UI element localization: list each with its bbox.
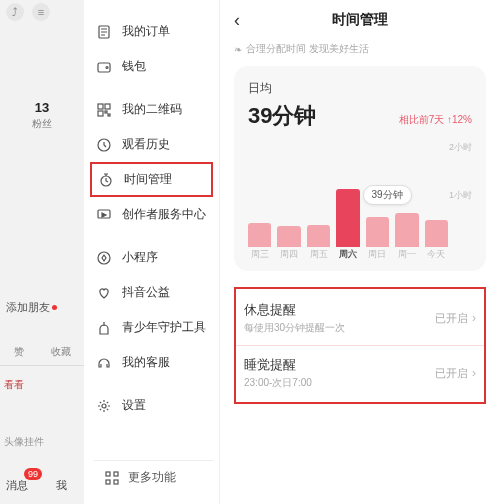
chart-xlabel: 周六 [336, 248, 359, 261]
menu-item-time-management[interactable]: 时间管理 [90, 162, 213, 197]
chevron-right-icon: › [472, 366, 476, 380]
fans-label: 粉丝 [0, 117, 84, 131]
usage-stat-card: 日均 39分钟 相比前7天 ↑12% 2小时 1小时 39分钟 周三周四周五周六… [234, 66, 486, 271]
menu-label: 钱包 [122, 58, 146, 75]
svg-rect-6 [105, 111, 107, 113]
menu-label: 我的二维码 [122, 101, 182, 118]
share-icon[interactable]: ⤴ [6, 3, 24, 21]
menu-item-qrcode[interactable]: 我的二维码 [84, 92, 219, 127]
rest-reminder-sub: 每使用30分钟提醒一次 [244, 321, 435, 335]
service-icon [96, 355, 112, 371]
tab-me[interactable]: 我 [56, 478, 67, 493]
sleep-reminder-sub: 23:00-次日7:00 [244, 376, 435, 390]
svg-rect-5 [98, 111, 103, 116]
avg-label: 日均 [248, 80, 472, 97]
chart-bar[interactable] [395, 213, 418, 247]
menu-label: 设置 [122, 397, 146, 414]
menu-item-creator[interactable]: 创作者服务中心 [84, 197, 219, 232]
chart-tooltip: 39分钟 [363, 185, 412, 205]
menu-label: 青少年守护工具 [122, 319, 206, 336]
tab-fav[interactable]: 收藏 [51, 345, 71, 359]
svg-rect-4 [105, 104, 110, 109]
chart-bar[interactable] [366, 217, 389, 247]
chart-bar[interactable]: 39分钟 [336, 189, 359, 247]
menu-item-wallet[interactable]: 钱包 [84, 49, 219, 84]
menu-label: 创作者服务中心 [122, 206, 206, 223]
time-management-panel: ‹ 时间管理 ❧ 合理分配时间 发现美好生活 日均 39分钟 相比前7天 ↑12… [220, 0, 500, 504]
menu-label: 观看历史 [122, 136, 170, 153]
menu-item-settings[interactable]: 设置 [84, 388, 219, 423]
rest-reminder-status: 已开启 [435, 311, 468, 326]
menu-item-orders[interactable]: 我的订单 [84, 14, 219, 49]
svg-rect-3 [98, 104, 103, 109]
rest-reminder-row[interactable]: 休息提醒 每使用30分钟提醒一次 已开启 › [236, 291, 484, 345]
svg-point-12 [102, 404, 106, 408]
sleep-reminder-title: 睡觉提醒 [244, 356, 435, 374]
avg-value: 39分钟 [248, 101, 316, 131]
menu-label: 小程序 [122, 249, 158, 266]
menu-label: 我的订单 [122, 23, 170, 40]
chevron-right-icon: › [472, 311, 476, 325]
menu-label: 时间管理 [124, 171, 172, 188]
message-badge: 99 [24, 468, 42, 480]
menu-label: 我的客服 [122, 354, 170, 371]
menu-item-miniapp[interactable]: 小程序 [84, 240, 219, 275]
rest-reminder-title: 休息提醒 [244, 301, 435, 319]
svg-rect-15 [106, 480, 110, 484]
leaf-icon: ❧ [234, 44, 242, 55]
menu-item-service[interactable]: 我的客服 [84, 345, 219, 380]
chart-xlabel: 周日 [366, 248, 389, 261]
avatar-pendant-label: 头像挂件 [4, 435, 44, 449]
tab-like[interactable]: 赞 [14, 345, 24, 359]
tab-messages[interactable]: 消息 99 [6, 478, 28, 493]
page-title: 时间管理 [332, 11, 388, 29]
add-friend-button[interactable]: 添加朋友 [6, 300, 57, 315]
chart-bar[interactable] [277, 226, 300, 247]
chart-bar[interactable] [425, 220, 448, 247]
back-button[interactable]: ‹ [234, 10, 240, 31]
miniapp-icon [96, 250, 112, 266]
seen-label: 看看 [4, 378, 24, 392]
svg-rect-16 [114, 480, 118, 484]
grid-1h: 1小时 [449, 189, 472, 202]
reminder-settings-group: 休息提醒 每使用30分钟提醒一次 已开启 › 睡觉提醒 23:00-次日7:00… [234, 287, 486, 404]
chart-xlabel: 周一 [395, 248, 418, 261]
trend-text: 相比前7天 ↑12% [399, 113, 472, 127]
creator-icon [96, 207, 112, 223]
grid-icon [104, 470, 120, 486]
settings-icon [96, 398, 112, 414]
side-menu: 我的订单 钱包 我的二维码 观看历史 时间管理 创作者服务中心 小程序 抖音公益… [84, 0, 220, 504]
svg-rect-13 [106, 472, 110, 476]
svg-point-11 [98, 252, 110, 264]
charity-icon [96, 285, 112, 301]
chart-xlabel: 今天 [425, 248, 448, 261]
more-functions-button[interactable]: 更多功能 [94, 460, 214, 494]
wallet-icon [96, 59, 112, 75]
history-icon [96, 137, 112, 153]
background-profile-column: ⤴ ≡ 13 粉丝 添加朋友 赞 收藏 看看 头像挂件 消息 99 我 [0, 0, 84, 504]
tagline: ❧ 合理分配时间 发现美好生活 [234, 42, 486, 56]
time-icon [98, 172, 114, 188]
svg-point-2 [106, 66, 108, 68]
chart-xlabel: 周三 [248, 248, 271, 261]
menu-label: 抖音公益 [122, 284, 170, 301]
menu-item-charity[interactable]: 抖音公益 [84, 275, 219, 310]
chart-xlabel: 周五 [307, 248, 330, 261]
svg-rect-7 [108, 114, 110, 116]
fans-count: 13 [0, 100, 84, 115]
sleep-reminder-status: 已开启 [435, 366, 468, 381]
usage-chart: 2小时 1小时 39分钟 周三周四周五周六周日周一今天 [248, 141, 472, 261]
svg-rect-14 [114, 472, 118, 476]
chart-xlabel: 周四 [277, 248, 300, 261]
red-dot-icon [52, 305, 57, 310]
chart-bar[interactable] [307, 225, 330, 247]
order-icon [96, 24, 112, 40]
chart-bar[interactable] [248, 223, 271, 247]
sleep-reminder-row[interactable]: 睡觉提醒 23:00-次日7:00 已开启 › [236, 345, 484, 400]
menu-item-history[interactable]: 观看历史 [84, 127, 219, 162]
menu-icon[interactable]: ≡ [32, 3, 50, 21]
youth-icon [96, 320, 112, 336]
grid-2h: 2小时 [449, 141, 472, 154]
menu-item-youth[interactable]: 青少年守护工具 [84, 310, 219, 345]
qrcode-icon [96, 102, 112, 118]
